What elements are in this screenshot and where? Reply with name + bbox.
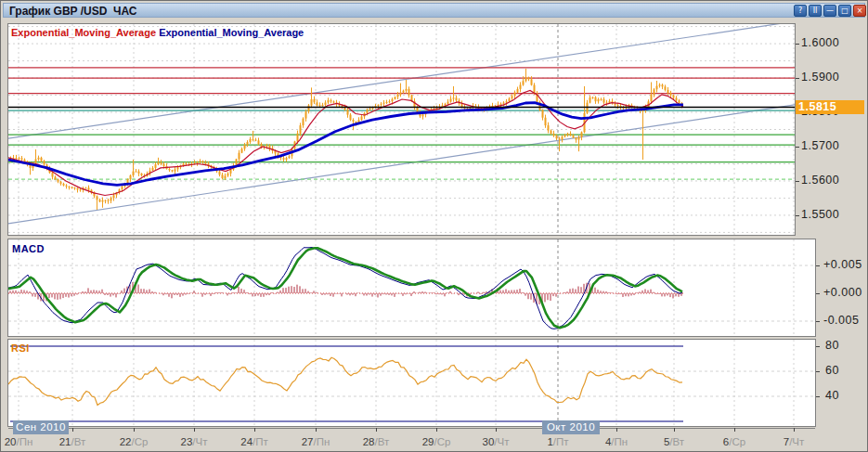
price-axis-tick	[796, 181, 799, 182]
date-axis-tick	[254, 428, 255, 432]
chart-window: График GBP /USD ЧАС ? II — □ × Exponenti…	[0, 0, 868, 452]
rsi-axis-label: 80	[825, 339, 839, 352]
trend-channel-line	[8, 24, 795, 138]
date-axis-tick	[496, 428, 497, 432]
macd-canvas[interactable]	[8, 239, 815, 336]
minimize-button[interactable]: —	[823, 5, 836, 17]
rsi-axis-label: 60	[825, 364, 839, 377]
rsi-label: RSI	[11, 342, 30, 354]
price-axis-tick	[796, 215, 799, 216]
date-tick-label: 6/Ср	[723, 436, 745, 447]
window-title: График GBP /USD ЧАС	[9, 5, 137, 18]
date-axis-tick	[194, 428, 195, 432]
title-bar[interactable]: График GBP /USD ЧАС ? II — □ ×	[3, 3, 865, 18]
pause-button[interactable]: II	[809, 5, 822, 17]
current-price-badge: 1.5815	[796, 100, 864, 114]
candlestick-series	[10, 69, 683, 210]
date-tick-label: 24/Пт	[240, 436, 268, 447]
price-axis-label: 1.5500	[801, 208, 839, 221]
macd-axis-label: -0.005	[823, 314, 859, 327]
month-badge-sep: Сен 2010	[13, 420, 69, 434]
date-tick-label: 27/Пн	[302, 436, 330, 447]
date-tick-label: 4/Пн	[605, 436, 628, 447]
legend-ema-slow: Exponential_Moving_Average	[159, 27, 304, 38]
date-axis-tick	[134, 428, 135, 432]
legend-ema-fast: Exponential_Moving_Average	[11, 27, 156, 38]
price-axis-label: 1.5700	[801, 139, 839, 152]
date-tick-label: 1/Пт	[547, 436, 568, 447]
rsi-line	[8, 357, 682, 405]
rsi-canvas[interactable]	[8, 340, 815, 426]
date-axis-tick	[734, 428, 735, 432]
help-button[interactable]: ?	[794, 5, 807, 17]
date-tick-label: 21/Вт	[59, 436, 86, 447]
date-axis-tick	[436, 428, 437, 432]
date-axis-tick	[72, 428, 73, 432]
date-tick-label: 5/Вт	[664, 436, 684, 447]
price-axis-label: 1.6000	[801, 36, 839, 49]
date-tick-label: 20/Пн	[5, 436, 33, 447]
time-axis-line	[8, 428, 815, 429]
maximize-button[interactable]: □	[838, 5, 851, 17]
macd-axis-label: +0.000	[823, 286, 862, 299]
price-axis-label: 1.5600	[801, 174, 839, 187]
date-tick-label: 23/Чт	[181, 436, 208, 447]
date-axis-tick	[794, 428, 795, 432]
month-badge-oct: Окт 2010	[542, 420, 600, 434]
date-axis-tick	[376, 428, 377, 432]
rsi-axis-tick	[816, 396, 820, 397]
minimize-icon: —	[826, 6, 834, 15]
trend-channel-line	[8, 105, 795, 224]
macd-axis-label: +0.005	[823, 258, 862, 271]
rsi-axis-tick	[816, 371, 820, 372]
price-axis-tick	[796, 147, 799, 148]
pause-icon: II	[813, 6, 818, 15]
close-icon: ×	[857, 6, 863, 15]
macd-axis-tick	[816, 265, 820, 266]
maximize-icon: □	[841, 6, 849, 15]
chart-legend: Exponential_Moving_Average Exponential_M…	[11, 27, 304, 38]
date-axis-tick	[316, 428, 317, 432]
date-tick-label: 7/Чт	[784, 436, 805, 447]
price-chart-canvas[interactable]	[8, 24, 795, 235]
date-tick-label: 30/Чт	[483, 436, 510, 447]
close-button[interactable]: ×	[853, 5, 866, 17]
macd-label: MACD	[12, 243, 45, 254]
price-axis-label: 1.5900	[801, 71, 839, 84]
rsi-axis-label: 40	[825, 389, 839, 402]
help-icon: ?	[798, 6, 802, 15]
date-axis-tick	[616, 428, 617, 432]
date-tick-label: 28/Вт	[363, 436, 390, 447]
rsi-axis-tick	[816, 346, 820, 347]
date-tick-label: 29/Ср	[422, 436, 451, 447]
macd-panel[interactable]	[7, 239, 816, 337]
date-axis-tick	[674, 428, 675, 432]
macd-axis-tick	[816, 293, 820, 294]
main-chart-panel[interactable]	[7, 23, 796, 236]
price-axis-tick	[796, 78, 799, 79]
date-tick-label: 22/Ср	[120, 436, 149, 447]
macd-axis-tick	[816, 321, 820, 322]
price-axis-tick	[796, 44, 799, 45]
rsi-panel[interactable]	[7, 339, 816, 427]
